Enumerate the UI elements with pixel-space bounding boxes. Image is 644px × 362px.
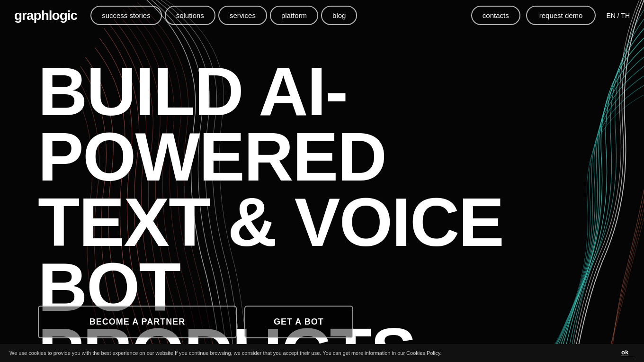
nav-links: success stories solutions services platf… bbox=[90, 6, 467, 25]
nav-services[interactable]: services bbox=[218, 6, 267, 25]
language-switcher[interactable]: EN / TH bbox=[606, 12, 630, 19]
get-bot-button[interactable]: GET A BOT bbox=[244, 306, 353, 338]
cookie-ok-underline bbox=[621, 357, 635, 357]
cookie-banner: We use cookies to provide you with the b… bbox=[0, 344, 644, 362]
cookie-ok-container: ok bbox=[621, 349, 635, 357]
nav-right: contacts request demo EN / TH bbox=[471, 6, 630, 25]
nav-platform[interactable]: platform bbox=[270, 6, 318, 25]
cookie-ok-button[interactable]: ok bbox=[621, 349, 628, 356]
cookie-text: We use cookies to provide you with the b… bbox=[9, 350, 612, 356]
nav-contacts[interactable]: contacts bbox=[471, 6, 520, 25]
cta-buttons: BECOME A PARTNER GET A BOT bbox=[38, 306, 353, 338]
nav-solutions[interactable]: solutions bbox=[165, 6, 215, 25]
become-partner-button[interactable]: BECOME A PARTNER bbox=[38, 306, 237, 338]
site-logo[interactable]: graphlogic bbox=[14, 8, 77, 23]
navbar: graphlogic success stories solutions ser… bbox=[0, 0, 644, 31]
hero-line-1: BUILD AI-POWERED bbox=[38, 53, 386, 195]
request-demo-button[interactable]: request demo bbox=[526, 6, 596, 25]
nav-success-stories[interactable]: success stories bbox=[90, 6, 162, 25]
hero-line-2: TEXT & VOICE BOT bbox=[38, 184, 503, 326]
nav-blog[interactable]: blog bbox=[321, 6, 357, 25]
